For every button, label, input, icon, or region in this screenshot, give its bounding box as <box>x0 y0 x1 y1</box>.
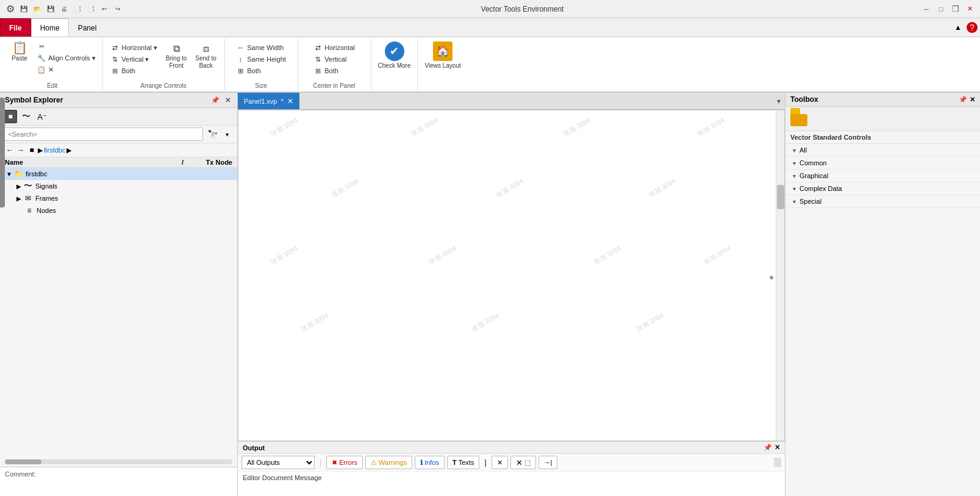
tree-content[interactable]: ▼ 📁 firstdbc ▶ 〜 Signals ▶ ✉ Frames <box>0 168 237 457</box>
editor-tab-modified: * <box>281 98 283 105</box>
save-btn[interactable]: 💾 <box>18 4 29 15</box>
same-width-btn[interactable]: ↔ Same Width <box>233 42 289 53</box>
center-v-icon: ⇅ <box>313 55 322 63</box>
texts-icon: T <box>452 459 457 466</box>
search-input[interactable] <box>4 128 203 141</box>
open-btn[interactable]: 📂 <box>32 4 43 15</box>
tab-panel[interactable]: Panel <box>69 18 106 37</box>
output-close-btn[interactable]: ✕ <box>774 444 780 451</box>
toolbox-categories: ▾ All ▾ Common ▾ Graphical ▾ Complex Dat… <box>785 144 980 496</box>
canvas-scroll-thumb[interactable] <box>777 185 784 209</box>
output-scroll-right[interactable] <box>774 458 781 467</box>
center-h-icon: ⇄ <box>313 43 322 52</box>
editor-tab-panel1[interactable]: Panel1.xvp * ✕ <box>238 93 299 109</box>
left-scrollbar[interactable] <box>5 459 232 464</box>
center-both-icon: ⊞ <box>313 66 322 75</box>
tree-header: Name / Tx Node <box>0 157 237 168</box>
output-filter-select[interactable]: All Outputs <box>241 456 315 469</box>
texts-btn[interactable]: T Texts <box>447 456 479 469</box>
align-controls-btn[interactable]: 🔧 Align Controls ▾ <box>34 52 99 63</box>
tree-item-firstdbc[interactable]: ▼ 📁 firstdbc <box>0 168 237 180</box>
toolbox-category-graphical[interactable]: ▾ Graphical <box>785 170 980 182</box>
close-btn[interactable]: ✕ <box>965 4 975 14</box>
breadcrumb-firstdbc[interactable]: firstdbc <box>44 146 65 154</box>
qa-icon6[interactable]: 📑 <box>85 4 96 15</box>
center-horizontal-btn[interactable]: ⇄ Horizontal <box>310 42 358 53</box>
tree-item-signals[interactable]: ▶ 〜 Signals <box>0 180 237 192</box>
errors-btn[interactable]: ✖ Errors <box>326 456 363 469</box>
maximize-btn[interactable]: □ <box>936 4 946 14</box>
tree-toggle-frames[interactable]: ▶ <box>15 194 23 203</box>
tab-file[interactable]: File <box>0 18 31 37</box>
center-vertical-btn[interactable]: ⇅ Vertical <box>310 54 358 65</box>
minimize-btn[interactable]: ─ <box>921 4 931 14</box>
output-action-btn[interactable]: ✕⬚ <box>510 456 536 469</box>
infos-btn[interactable]: ℹ Infos <box>415 456 445 469</box>
send-back-label: Send toBack <box>195 55 216 70</box>
search-binoculars-btn[interactable]: 🔭 <box>206 128 219 141</box>
send-back-btn[interactable]: ⧈ Send toBack <box>192 42 219 76</box>
paste-btn[interactable]: 📋 Paste <box>6 40 33 64</box>
left-scroll-thumb[interactable] <box>5 459 41 464</box>
errors-label: Errors <box>339 459 357 466</box>
ribbon-collapse-btn[interactable]: ▲ <box>952 22 964 33</box>
watermark-8: 张旭 3094 <box>269 244 299 267</box>
output-clear-btn[interactable]: ✕ <box>492 456 508 469</box>
sym-signal-btn[interactable]: 〜 <box>20 110 33 123</box>
breadcrumb-fwd-btn[interactable]: → <box>16 145 26 155</box>
toolbox-category-complex[interactable]: ▾ Complex Data <box>785 182 980 195</box>
toolbox-category-all[interactable]: ▾ All <box>785 144 980 157</box>
warnings-btn[interactable]: ⚠ Warnings <box>365 456 412 469</box>
views-layout-btn[interactable]: 🏠 Views Layout <box>421 40 463 71</box>
tab-home[interactable]: Home <box>31 18 69 37</box>
watermark-10: 张旭 3094 <box>592 244 623 267</box>
toolbox-close-btn[interactable]: ✕ <box>970 96 975 104</box>
canvas-handle-dot[interactable] <box>770 276 773 279</box>
toolbox-category-special[interactable]: ▾ Special <box>785 195 980 208</box>
bring-front-btn[interactable]: ⧉ Bring toFront <box>163 42 190 76</box>
cut-btn[interactable]: ✂ <box>34 41 99 52</box>
output-pin-btn[interactable]: 📌 <box>764 444 772 451</box>
print-btn[interactable]: 🖨 <box>59 4 70 15</box>
breadcrumb-end-arrow: ▶ <box>66 146 71 154</box>
ribbon-help-btn[interactable]: ? <box>967 22 978 33</box>
center-both-btn[interactable]: ⊞ Both <box>310 65 358 76</box>
breadcrumb-back-btn[interactable]: ← <box>5 145 15 155</box>
qa-save2[interactable]: 💾 <box>45 4 56 15</box>
size-label: Size <box>255 81 266 89</box>
restore-btn[interactable]: ❐ <box>951 4 960 14</box>
breadcrumb-home-btn[interactable]: ■ <box>27 145 37 155</box>
same-height-btn[interactable]: ↕ Same Height <box>233 54 289 65</box>
search-dropdown-btn[interactable]: ▾ <box>220 128 234 141</box>
watermark-1: 张旭 3094 <box>269 116 299 139</box>
sym-pin-btn[interactable]: 📌 <box>210 95 220 105</box>
tree-toggle-signals[interactable]: ▶ <box>15 182 23 190</box>
canvas-scrollbar[interactable] <box>776 110 784 440</box>
center-area: Panel1.xvp * ✕ ▾ 张旭 3094 张旭 3094 张旭 3094… <box>238 93 785 496</box>
check-more-btn[interactable]: ✔ Check More <box>375 40 414 71</box>
sym-close-btn[interactable]: ✕ <box>223 95 232 105</box>
toolbox-label-special: Special <box>799 198 821 205</box>
copy-btn[interactable]: 📋 ✕ <box>34 64 99 75</box>
sym-arrow-btn[interactable]: A⁻ <box>35 110 49 123</box>
horizontal-align-btn[interactable]: ⇄ Horizontal ▾ <box>107 42 160 53</box>
editor-tab-dropdown-btn[interactable]: ▾ <box>773 95 785 107</box>
editor-canvas[interactable]: 张旭 3094 张旭 3094 张旭 3094 张旭 3094 张旭 3094 … <box>238 110 785 441</box>
qa-icon5[interactable]: 📑 <box>72 4 83 15</box>
both-arrange-btn[interactable]: ⊞ Both <box>107 65 160 76</box>
vertical-align-btn[interactable]: ⇅ Vertical ▾ <box>107 54 160 65</box>
watermark-3: 张旭 3094 <box>562 116 592 139</box>
tree-toggle-firstdbc[interactable]: ▼ <box>5 170 13 178</box>
undo-btn[interactable]: ↩ <box>99 4 110 15</box>
editor-tab-close-btn[interactable]: ✕ <box>287 97 293 106</box>
both-size-btn[interactable]: ⊞ Both <box>233 65 289 76</box>
redo-btn[interactable]: ↪ <box>112 4 123 15</box>
toolbox-pin-btn[interactable]: 📌 <box>959 96 967 104</box>
toolbox-icon-bar <box>785 107 980 131</box>
toolbox-category-common[interactable]: ▾ Common <box>785 157 980 170</box>
output-pin2-btn[interactable]: →| <box>538 456 558 469</box>
tree-item-nodes[interactable]: ≡ Nodes <box>0 204 237 217</box>
tree-item-frames[interactable]: ▶ ✉ Frames <box>0 192 237 204</box>
center-label: Center in Panel <box>313 81 356 89</box>
sym-db-btn[interactable]: ■ <box>4 110 17 123</box>
